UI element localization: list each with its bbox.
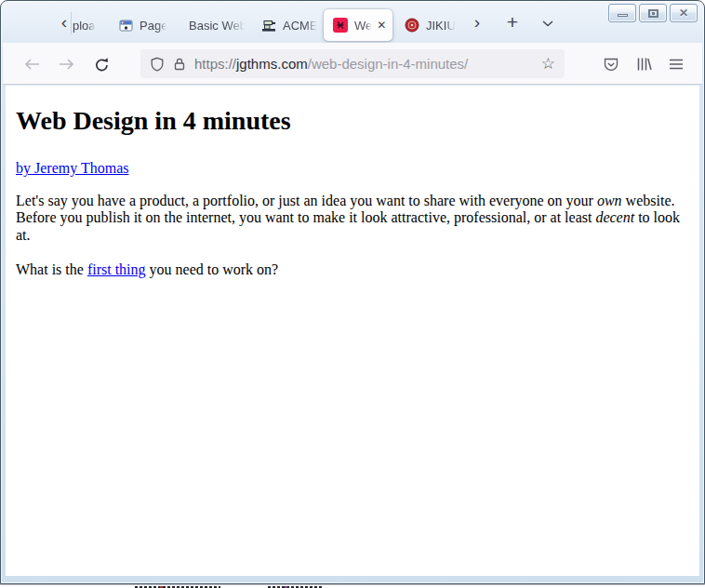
tab-label: We [354,19,372,33]
page-content: Web Design in 4 minutes by Jeremy Thomas… [6,86,699,576]
library-icon [636,57,652,72]
url-text[interactable]: https://jgthms.com/web-design-in-4-minut… [194,56,541,72]
minimize-icon [618,14,628,17]
reload-button[interactable] [91,54,112,74]
close-button[interactable]: ✕ [670,4,698,22]
navigation-toolbar: https://jgthms.com/web-design-in-4-minut… [3,43,702,85]
intro-paragraph: Let's say you have a product, a portfoli… [16,193,688,245]
tab-separator [71,12,72,34]
page-archive-favicon-icon [119,20,133,32]
url-domain: jgthms.com [236,56,308,72]
tab-jikiu[interactable]: JIKIU [399,9,466,41]
url-bar[interactable]: https://jgthms.com/web-design-in-4-minut… [140,49,565,78]
maximize-icon [648,9,658,18]
jikiu-favicon-icon [405,18,419,33]
bookmark-star-icon[interactable]: ☆ [541,57,555,72]
library-button[interactable] [633,54,654,74]
text-segment: own [597,193,622,208]
lock-icon[interactable] [173,57,186,72]
maximize-button[interactable] [639,4,667,22]
text-segment: Let's say you have a product, a portfoli… [16,193,597,208]
tab-basic-web[interactable]: Basic Web [185,9,254,41]
tab-label: Basic Web [189,19,246,33]
tab-page[interactable]: Page [113,9,184,41]
minimize-button[interactable] [608,4,636,22]
url-path: /web-design-in-4-minutes/ [308,56,469,72]
hamburger-menu-icon [669,58,684,71]
close-icon: ✕ [671,7,697,20]
page-title: Web Design in 4 minutes [16,106,688,136]
pocket-icon [603,57,619,73]
occluded-background-window [0,584,705,588]
tab-label: Page [140,19,167,33]
scroll-tabs-right-button[interactable]: › [466,13,488,33]
tab-acme[interactable]: ACME [256,9,325,41]
tab-label: ACME [283,19,318,33]
inline-link[interactable]: first thing [87,261,146,277]
back-button[interactable] [21,54,42,74]
tab-bar: ‹ ploa Page Basic Web [1,1,704,43]
byline-link[interactable]: by Jeremy Thomas [16,160,128,176]
back-arrow-icon [23,57,41,72]
list-all-tabs-button[interactable] [535,13,561,33]
tab-label: JIKIU [426,19,456,33]
url-protocol: https:// [194,56,236,72]
acme-favicon-icon [261,19,276,32]
tracking-protection-shield-icon[interactable] [150,57,165,72]
menu-button[interactable] [666,54,686,74]
forward-arrow-icon [58,57,75,72]
new-tab-button[interactable]: + [499,13,525,33]
chevron-down-icon [541,19,554,28]
web-design-favicon-icon [333,18,348,33]
text-segment: you need to work on? [146,261,279,277]
tab-label: ploa [73,19,96,33]
reload-icon [94,57,110,73]
pocket-button[interactable] [601,54,621,74]
browser-window: ‹ ploa Page Basic Web [0,0,705,584]
tab-close-icon[interactable]: ✕ [377,20,386,31]
tab-upload[interactable]: ploa [73,9,113,41]
forward-button[interactable] [56,54,76,74]
tab-web-design-active[interactable]: We ✕ [324,9,392,41]
text-segment: decent [595,209,634,225]
text-segment: What is the [16,261,87,277]
question-paragraph: What is the first thing you need to work… [16,261,688,279]
